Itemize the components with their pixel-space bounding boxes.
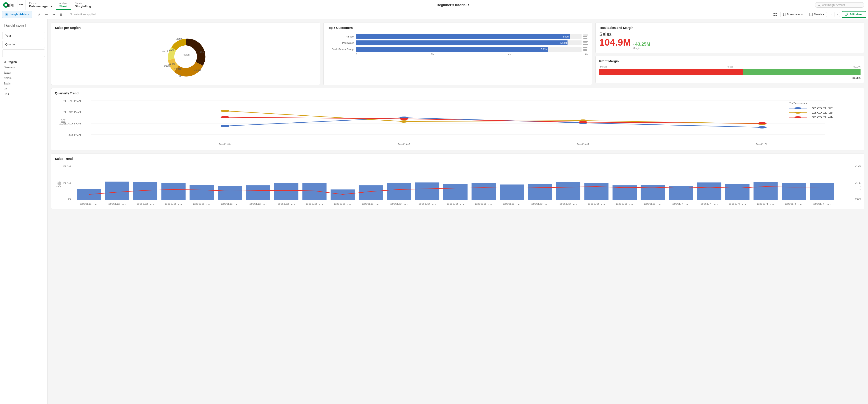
svg-rect-78	[331, 190, 355, 200]
region-japan[interactable]: Japan	[0, 70, 47, 75]
top-customers-card: Top 5 Customers Paracel 5.69M	[323, 23, 592, 85]
grid-view-button[interactable]	[772, 11, 778, 18]
sidebar: Dashboard Year Quarter ... Region German…	[0, 19, 48, 404]
svg-point-49	[579, 121, 588, 123]
bar-track-2: 5.11M	[356, 47, 582, 52]
svg-text:Sales: Sales	[56, 181, 62, 187]
svg-text:Spain: Spain	[176, 37, 182, 40]
total-sales-title: Total Sales and Margin	[599, 26, 861, 30]
svg-text:2013-...: 2013-...	[588, 203, 605, 205]
svg-text:2013-...: 2013-...	[616, 203, 633, 205]
no-selections-label: No selections applied	[68, 13, 97, 16]
prepare-section[interactable]: Prepare Data manager ▾	[26, 0, 56, 10]
undo-button[interactable]: ↩	[43, 11, 50, 18]
svg-text:2012-...: 2012-...	[221, 203, 239, 205]
qlik-logo[interactable]	[0, 0, 18, 10]
svg-text:46: 46	[855, 165, 861, 168]
bookmarks-button[interactable]: Bookmarks ▾	[780, 12, 805, 17]
svg-rect-7	[776, 13, 777, 14]
sales-trend-title: Sales Trend	[55, 157, 861, 161]
region-nordic[interactable]: Nordic	[0, 75, 47, 81]
bar-fill-2: 5.11M	[356, 47, 548, 52]
insight-search-box[interactable]: Ask Insight Advisor	[815, 2, 864, 8]
narrate-section[interactable]: Narrate Storytelling	[71, 0, 95, 10]
svg-text:5M: 5M	[63, 165, 71, 168]
bar-fill-1: 5.63M	[356, 40, 568, 45]
sheets-caret: ▾	[823, 13, 824, 16]
dashboard-title: Dashboard	[0, 21, 47, 31]
edit-sheet-button[interactable]: Edit sheet	[842, 11, 866, 18]
next-sheet-button[interactable]: ›	[835, 12, 840, 17]
svg-text:Sales: Sales	[58, 119, 68, 125]
sheets-icon	[809, 13, 813, 16]
app-title[interactable]: Beginner's tutorial ▾	[437, 3, 469, 7]
svg-text:2013: 2013	[811, 111, 833, 114]
insight-advisor-button[interactable]: Insight Advisor	[2, 11, 32, 18]
svg-point-5	[6, 13, 7, 15]
bar-row-paracel: Paracel 5.69M	[327, 34, 589, 39]
more-filters[interactable]: ...	[2, 49, 45, 57]
svg-point-42	[758, 126, 767, 129]
sheet-title: Sheet	[59, 4, 68, 8]
bar-mini-chart-1	[583, 41, 588, 45]
svg-point-43	[220, 110, 229, 112]
svg-rect-80	[387, 183, 411, 200]
svg-line-3	[820, 5, 821, 6]
bookmarks-caret: ▾	[801, 13, 803, 16]
svg-text:2013-...: 2013-...	[390, 203, 408, 205]
year-filter[interactable]: Year	[2, 32, 45, 39]
sales-trend-svg: 5M 2.5M 0 Sales 46 41 36 Margin (%) bars	[55, 163, 861, 206]
quarterly-trend-svg: 14M 12M 10M 8M Q1 Q2 Q3 Q4	[55, 97, 861, 147]
snapshot-button[interactable]: ⊞	[58, 11, 64, 18]
svg-line-12	[847, 13, 848, 14]
svg-rect-92	[725, 184, 749, 200]
svg-text:2012-...: 2012-...	[334, 203, 351, 205]
region-usa[interactable]: USA	[0, 92, 47, 97]
svg-point-39	[220, 125, 229, 127]
svg-text:2014-...: 2014-...	[785, 203, 803, 205]
profit-margin-card: Profit Margin -50.0% 0.0% 50.0% 41.3%	[595, 56, 864, 83]
region-uk[interactable]: UK	[0, 86, 47, 92]
expand-icon-button[interactable]: ⤢	[36, 11, 42, 18]
svg-rect-94	[782, 183, 806, 200]
region-spain[interactable]: Spain	[0, 81, 47, 86]
svg-text:2012-...: 2012-...	[306, 203, 323, 205]
prepare-arrow: ▾	[51, 5, 52, 8]
svg-text:2012-...: 2012-...	[277, 203, 295, 205]
svg-text:Q2: Q2	[398, 142, 411, 145]
region-germany[interactable]: Germany	[0, 65, 47, 70]
svg-point-53	[794, 107, 802, 109]
svg-text:2012-...: 2012-...	[136, 203, 154, 205]
bar-mini-chart-2	[583, 47, 588, 51]
svg-rect-87	[584, 183, 609, 200]
svg-rect-74	[218, 186, 242, 200]
svg-rect-95	[810, 183, 834, 200]
narrate-label: Narrate	[75, 2, 91, 4]
more-options-button[interactable]: •••	[18, 0, 26, 10]
redo-button[interactable]: ↪	[51, 11, 57, 18]
profit-bar-red	[599, 69, 743, 75]
svg-rect-10	[810, 13, 812, 16]
svg-point-44	[400, 121, 409, 123]
analyze-label: Analyze	[59, 2, 68, 4]
svg-text:2014-...: 2014-...	[701, 203, 718, 205]
prev-sheet-button[interactable]: ‹	[829, 12, 834, 17]
search-icon	[817, 3, 821, 6]
svg-rect-73	[190, 185, 214, 200]
svg-rect-81	[415, 182, 439, 200]
sales-trend-card: Sales Trend 5M 2.5M 0 Sales 46 41 36 Mar…	[51, 154, 864, 209]
svg-point-13	[4, 61, 6, 63]
toolbar-separator-1	[34, 12, 34, 17]
quarter-filter[interactable]: Quarter	[2, 41, 45, 48]
search-area: Ask Insight Advisor	[811, 0, 868, 10]
svg-text:2013-...: 2013-...	[447, 203, 464, 205]
svg-rect-83	[472, 183, 496, 200]
storytelling-title: Storytelling	[75, 4, 91, 8]
bar-axis: 0 2M 4M 6M	[327, 53, 589, 56]
quarterly-trend-chart: 14M 12M 10M 8M Q1 Q2 Q3 Q4	[55, 97, 861, 147]
app-title-center: Beginner's tutorial ▾	[95, 0, 811, 10]
customer-name-1: PageWave	[327, 41, 354, 44]
analyze-section[interactable]: Analyze Sheet	[56, 0, 71, 10]
sheets-button[interactable]: Sheets ▾	[807, 12, 827, 17]
svg-text:2013-...: 2013-...	[559, 203, 577, 205]
